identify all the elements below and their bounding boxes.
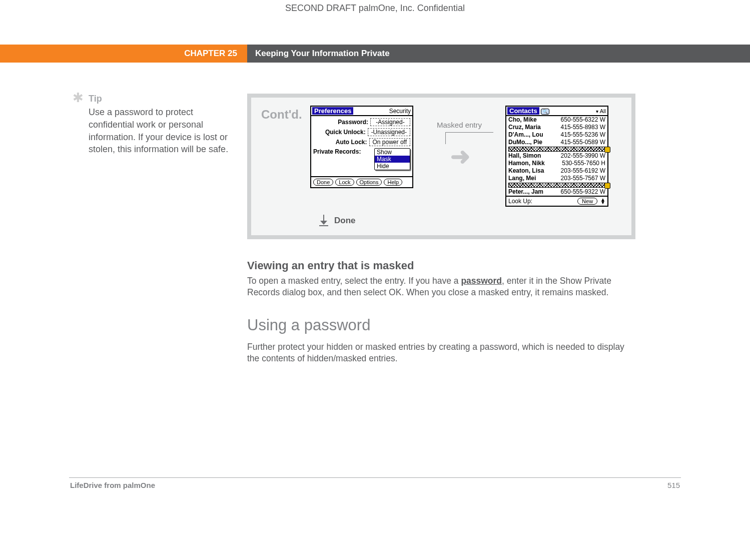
- callout-line: [445, 132, 493, 144]
- contacts-screenshot: Contacts 🔍 All Cho, Mike650-555-6322 W C…: [505, 106, 608, 207]
- contact-row: Cho, Mike650-555-6322 W: [506, 116, 607, 124]
- private-records-dropdown: Show Mask Hide: [374, 148, 410, 170]
- password-label: Password:: [338, 119, 368, 126]
- chapter-header: CHAPTER 25 Keeping Your Information Priv…: [0, 45, 750, 63]
- option-hide: Hide: [375, 163, 410, 170]
- quickunlock-label: Quick Unlock:: [325, 129, 366, 136]
- contact-row: Keaton, Lisa203-555-6192 W: [506, 167, 607, 175]
- tip-body: Use a password to protect confidential w…: [89, 106, 232, 156]
- search-icon: 🔍: [541, 109, 549, 115]
- chapter-title: Keeping Your Information Private: [247, 45, 750, 63]
- subsection-body: To open a masked entry, select the entry…: [247, 275, 635, 298]
- password-link[interactable]: password: [461, 276, 502, 286]
- contact-row: Hamon, Nikk530-555-7650 H: [506, 160, 607, 167]
- prefs-done-button: Done: [313, 179, 333, 186]
- contacts-category: All: [596, 108, 606, 114]
- tip-sidebar: ✱ Tip Use a password to protect confiden…: [0, 94, 247, 364]
- contact-row: Peter..., Jam650-555-9322 W: [506, 188, 607, 196]
- contact-row: Hall, Simon202-555-3990 W: [506, 152, 607, 160]
- arrow-right-icon: ➜: [450, 147, 468, 166]
- section-body: Further protect your hidden or masked en…: [247, 341, 635, 364]
- contact-row: DuMo..., Pie415-555-0589 W: [506, 139, 607, 146]
- option-mask: Mask: [375, 156, 410, 163]
- prefs-category: Security: [389, 108, 411, 115]
- masked-entry-bar: [508, 147, 605, 152]
- chapter-number: CHAPTER 25: [0, 45, 247, 63]
- done-indicator: Done: [319, 215, 621, 226]
- asterisk-icon: ✱: [73, 93, 84, 156]
- prefs-options-button: Options: [356, 179, 382, 186]
- contact-row: Cruz, Maria415-555-8983 W: [506, 124, 607, 131]
- new-button: New: [577, 198, 597, 205]
- transition-callout: Masked entry ➜: [425, 106, 493, 166]
- confidential-banner: SECOND DRAFT palmOne, Inc. Confidential: [0, 0, 750, 17]
- prefs-title: Preferences: [312, 107, 353, 115]
- private-records-label: Private Records:: [313, 148, 361, 155]
- tip-label: Tip: [89, 94, 232, 104]
- option-show: Show: [375, 149, 410, 156]
- quickunlock-value: -Unassigned-: [368, 128, 410, 136]
- masked-entry-callout: Masked entry: [437, 121, 482, 129]
- autolock-label: Auto Lock:: [336, 139, 367, 146]
- page-number: 515: [667, 481, 680, 489]
- done-label: Done: [334, 216, 356, 226]
- prefs-help-button: Help: [384, 179, 402, 186]
- done-arrow-icon: [319, 215, 328, 226]
- page-footer: LifeDrive from palmOne 515: [69, 477, 681, 499]
- section-heading: Using a password: [247, 316, 635, 334]
- masked-entry-bar: [508, 183, 605, 188]
- prefs-lock-button: Lock: [335, 179, 354, 186]
- password-value: -Assigned-: [370, 118, 410, 126]
- autolock-value: On power off: [369, 138, 410, 146]
- prefs-screenshot: Preferences Security Password: -Assigned…: [310, 106, 413, 188]
- product-name: LifeDrive from palmOne: [70, 481, 155, 489]
- contact-row: Lang, Mei203-555-7567 W: [506, 175, 607, 182]
- contacts-title: Contacts: [507, 107, 539, 115]
- subsection-heading: Viewing an entry that is masked: [247, 259, 635, 272]
- scroll-arrows-icon: ▲▼: [600, 198, 605, 204]
- step-box: Cont'd. Preferences Security Password: -…: [247, 94, 635, 239]
- main-content: Cont'd. Preferences Security Password: -…: [247, 94, 635, 364]
- contact-row: D'Am..., Lou415-555-5236 W: [506, 131, 607, 139]
- step-continued-label: Cont'd.: [261, 106, 310, 122]
- lookup-label: Look Up:: [508, 198, 532, 205]
